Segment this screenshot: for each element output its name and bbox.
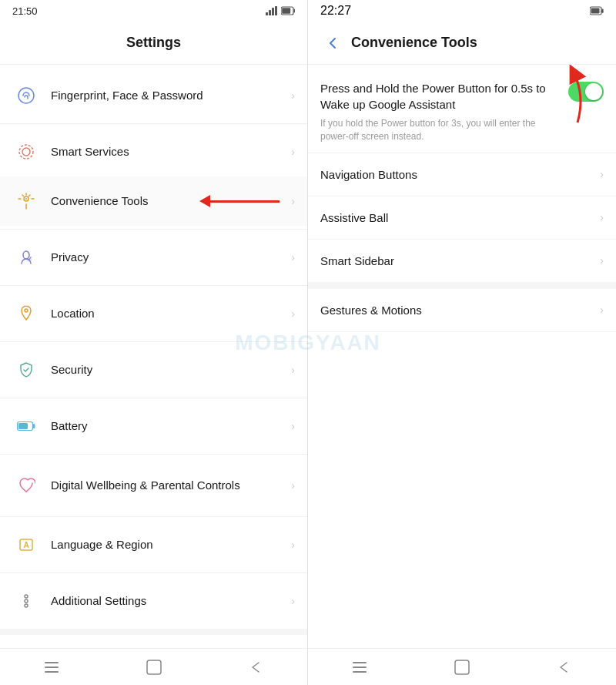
svg-point-14 <box>25 309 28 312</box>
svg-point-9 <box>19 145 33 159</box>
divider-1 <box>0 123 307 124</box>
svg-rect-25 <box>45 667 59 668</box>
svg-rect-34 <box>353 671 367 673</box>
additional-label: Additional Settings <box>51 593 291 609</box>
svg-rect-3 <box>275 6 277 15</box>
svg-point-21 <box>25 599 28 603</box>
language-chevron: › <box>291 539 295 551</box>
power-toggle-row: Press and Hold the Power Button for 0.5s… <box>320 80 604 143</box>
power-subtitle: If you hold the Power button for 3s, you… <box>320 117 559 143</box>
svg-rect-0 <box>266 12 268 15</box>
navigation-buttons-chevron: › <box>600 168 604 180</box>
svg-text:A: A <box>23 541 28 549</box>
menu-item-assistive-ball[interactable]: Assistive Ball › <box>308 196 616 240</box>
gestures-motions-label: Gestures & Motions <box>320 304 600 317</box>
settings-item-security[interactable]: Security › <box>0 345 307 395</box>
right-content: Press and Hold the Power Button for 0.5s… <box>308 65 616 648</box>
battery-chevron: › <box>291 420 295 432</box>
back-button[interactable] <box>320 31 345 55</box>
location-label: Location <box>51 306 291 321</box>
settings-item-privacy[interactable]: Privacy › <box>0 233 307 282</box>
right-nav-back[interactable] <box>554 656 575 678</box>
settings-item-fingerprint[interactable]: Fingerprint, Face & Password › <box>0 71 307 120</box>
right-panel: 22:27 4 Convenience Tools <box>308 0 616 685</box>
divider-5 <box>0 398 307 398</box>
right-status-icons: 4 <box>590 6 604 15</box>
divider-3 <box>0 285 307 286</box>
smart-services-label: Smart Services <box>51 144 291 159</box>
location-icon <box>12 300 40 327</box>
section-separator <box>308 283 616 289</box>
privacy-icon <box>12 243 40 271</box>
settings-item-software-update[interactable]: Software Update › <box>0 638 307 648</box>
navigation-buttons-label: Navigation Buttons <box>320 168 600 181</box>
svg-rect-35 <box>455 660 469 674</box>
wellbeing-chevron: › <box>291 479 295 492</box>
divider-6 <box>0 454 307 455</box>
left-nav-home[interactable] <box>143 656 165 678</box>
smart-services-icon <box>12 138 40 166</box>
svg-rect-33 <box>353 667 367 668</box>
svg-rect-17 <box>18 423 28 429</box>
left-nav-back[interactable] <box>246 656 267 678</box>
left-panel: 21:50 Settings <box>0 0 308 685</box>
svg-rect-24 <box>45 662 59 663</box>
settings-item-wellbeing[interactable]: Digital Wellbeing & Parental Controls › <box>0 458 307 513</box>
fingerprint-chevron: › <box>291 89 295 102</box>
settings-item-location[interactable]: Location › <box>0 289 307 338</box>
divider-2 <box>0 229 307 230</box>
settings-item-convenience-tools[interactable]: Convenience Tools › <box>0 176 307 226</box>
assistive-ball-chevron: › <box>600 211 604 223</box>
left-bottom-nav <box>0 648 307 685</box>
right-panel-title: Convenience Tools <box>351 35 477 51</box>
power-title: Press and Hold the Power Button for 0.5s… <box>320 80 559 112</box>
settings-list: Fingerprint, Face & Password › Smart Ser… <box>0 65 307 648</box>
left-arrow-annotation <box>199 195 280 207</box>
wellbeing-label: Digital Wellbeing & Parental Controls <box>51 478 291 493</box>
security-label: Security <box>51 362 291 378</box>
language-icon: A <box>12 531 40 559</box>
svg-rect-1 <box>269 10 271 15</box>
svg-rect-2 <box>272 8 274 15</box>
right-nav-menu[interactable] <box>349 656 370 678</box>
right-header: Convenience Tools <box>308 22 616 65</box>
settings-page-title: Settings <box>0 22 307 65</box>
additional-icon <box>12 587 40 615</box>
battery-settings-icon <box>12 412 40 440</box>
arrow-body-left <box>210 200 280 203</box>
left-status-icons <box>266 6 295 15</box>
battery-label: Battery <box>51 418 291 434</box>
menu-item-smart-sidebar[interactable]: Smart Sidebar › <box>308 240 616 283</box>
menu-item-navigation-buttons[interactable]: Navigation Buttons › <box>308 153 616 196</box>
privacy-label: Privacy <box>51 250 291 265</box>
settings-item-additional[interactable]: Additional Settings › <box>0 576 307 626</box>
svg-rect-6 <box>282 8 290 14</box>
security-chevron: › <box>291 364 295 376</box>
svg-point-20 <box>25 595 28 598</box>
language-label: Language & Region <box>51 537 291 552</box>
svg-text:4: 4 <box>601 8 604 14</box>
svg-rect-16 <box>33 424 35 428</box>
smart-services-chevron: › <box>291 146 295 158</box>
location-chevron: › <box>291 307 295 320</box>
battery-icon-left <box>281 6 295 15</box>
fingerprint-label: Fingerprint, Face & Password <box>51 88 291 103</box>
convenience-tools-icon <box>12 187 40 215</box>
left-nav-menu[interactable] <box>41 656 62 678</box>
convenience-tools-chevron: › <box>291 195 295 207</box>
menu-item-gestures-motions[interactable]: Gestures & Motions › <box>308 289 616 332</box>
svg-rect-26 <box>45 671 59 673</box>
svg-point-11 <box>25 198 27 200</box>
right-status-time: 22:27 <box>320 4 351 18</box>
gestures-motions-chevron: › <box>600 304 604 316</box>
settings-item-battery[interactable]: Battery › <box>0 401 307 451</box>
settings-item-smart-services[interactable]: Smart Services › <box>0 127 307 176</box>
arrow-head-left <box>199 195 210 207</box>
right-nav-home[interactable] <box>451 656 473 678</box>
settings-title-text: Settings <box>126 35 181 51</box>
smart-sidebar-label: Smart Sidebar <box>320 254 600 267</box>
divider-8 <box>0 573 307 573</box>
power-toggle[interactable] <box>568 82 604 102</box>
settings-item-language[interactable]: A Language & Region › <box>0 520 307 569</box>
power-button-section: Press and Hold the Power Button for 0.5s… <box>308 65 616 153</box>
